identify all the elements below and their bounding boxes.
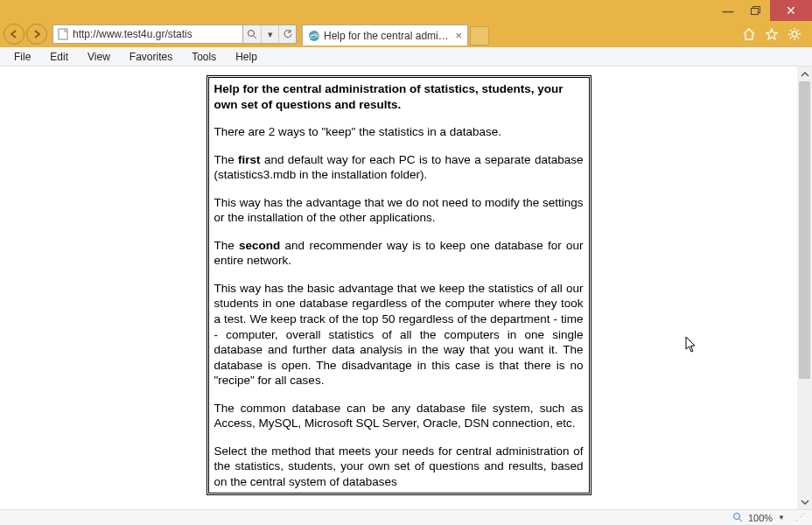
svg-line-4 xyxy=(254,36,256,38)
menu-help[interactable]: Help xyxy=(227,49,266,65)
tab-strip: Help for the central admini... × xyxy=(302,23,489,46)
svg-line-15 xyxy=(798,30,800,32)
new-tab-button[interactable] xyxy=(470,26,489,46)
address-text[interactable]: http://www.test4u.gr/statis xyxy=(73,28,242,40)
status-bar: 100% ▼ ⋰ xyxy=(0,509,812,525)
zoom-icon[interactable] xyxy=(732,512,743,524)
browser-tab[interactable]: Help for the central admini... × xyxy=(302,24,468,46)
page-icon xyxy=(56,27,70,41)
svg-line-17 xyxy=(739,519,742,522)
doc-paragraph-6: The common database can be any database … xyxy=(214,401,584,431)
doc-paragraph-3: This way has the advantage that we do no… xyxy=(214,195,584,226)
home-button[interactable] xyxy=(742,27,756,41)
tab-title: Help for the central admini... xyxy=(324,30,452,42)
minimize-button[interactable]: — xyxy=(714,0,742,21)
svg-rect-1 xyxy=(752,8,759,14)
doc-paragraph-7: Select the method that meets your needs … xyxy=(214,444,584,490)
home-icon xyxy=(742,27,756,41)
toolbar-right-icons xyxy=(742,27,808,41)
menu-tools[interactable]: Tools xyxy=(183,49,225,65)
forward-button[interactable] xyxy=(26,24,47,45)
svg-point-7 xyxy=(792,32,797,37)
zoom-level: 100% xyxy=(748,513,773,523)
menu-edit[interactable]: Edit xyxy=(41,49,77,65)
svg-line-12 xyxy=(790,30,792,32)
arrow-right-icon xyxy=(32,29,42,39)
doc-paragraph-5: This way has the basic advantage that we… xyxy=(214,281,584,388)
svg-line-14 xyxy=(790,38,792,39)
doc-heading: Help for the central administration of s… xyxy=(214,81,584,112)
zoom-dropdown[interactable]: ▼ xyxy=(778,514,785,522)
vertical-scrollbar[interactable] xyxy=(797,66,812,509)
dropdown-button[interactable]: ▾ xyxy=(261,25,278,43)
search-button[interactable] xyxy=(243,25,261,43)
settings-button[interactable] xyxy=(788,27,802,41)
search-icon xyxy=(247,29,257,39)
close-button[interactable]: ✕ xyxy=(770,0,812,21)
scroll-thumb[interactable] xyxy=(799,81,810,379)
scroll-track[interactable] xyxy=(797,81,812,494)
menu-favorites[interactable]: Favorites xyxy=(121,49,181,65)
window-controls: — ✕ xyxy=(714,0,812,21)
browser-toolbar: http://www.test4u.gr/statis ▾ Help for t… xyxy=(0,21,812,47)
back-button[interactable] xyxy=(4,24,24,45)
svg-line-13 xyxy=(798,38,800,39)
menu-view[interactable]: View xyxy=(79,49,119,65)
resize-grip[interactable]: ⋰ xyxy=(795,512,805,523)
doc-paragraph-2: The first and default way for each PC is… xyxy=(214,152,584,183)
document-text-box: Help for the central administration of s… xyxy=(206,75,592,495)
favorites-button[interactable] xyxy=(765,27,779,41)
svg-rect-2 xyxy=(59,29,67,39)
menu-bar: File Edit View Favorites Tools Help xyxy=(0,47,812,66)
ie-icon xyxy=(308,30,320,42)
doc-paragraph-1: There are 2 ways to "keep" the statistic… xyxy=(214,124,584,140)
menu-file[interactable]: File xyxy=(5,49,39,65)
refresh-icon xyxy=(283,29,293,39)
svg-point-3 xyxy=(248,31,255,37)
chevron-down-icon xyxy=(801,499,809,506)
arrow-left-icon xyxy=(9,29,19,39)
chevron-up-icon xyxy=(801,71,809,78)
refresh-button[interactable] xyxy=(278,25,296,43)
svg-point-16 xyxy=(733,513,739,519)
address-bar-wrap: http://www.test4u.gr/statis ▾ xyxy=(52,24,297,44)
restore-icon xyxy=(751,6,761,16)
doc-paragraph-4: The second and recommender way is to kee… xyxy=(214,238,584,269)
gear-icon xyxy=(788,27,802,41)
scroll-down-button[interactable] xyxy=(797,494,812,509)
restore-button[interactable] xyxy=(742,0,770,21)
address-bar[interactable]: http://www.test4u.gr/statis xyxy=(52,24,243,44)
address-bar-buttons: ▾ xyxy=(243,24,297,44)
page-content: Help for the central administration of s… xyxy=(0,66,797,509)
star-icon xyxy=(765,27,779,41)
scroll-up-button[interactable] xyxy=(797,66,812,81)
tab-close-button[interactable]: × xyxy=(455,29,462,42)
window-titlebar: — ✕ xyxy=(0,0,812,21)
